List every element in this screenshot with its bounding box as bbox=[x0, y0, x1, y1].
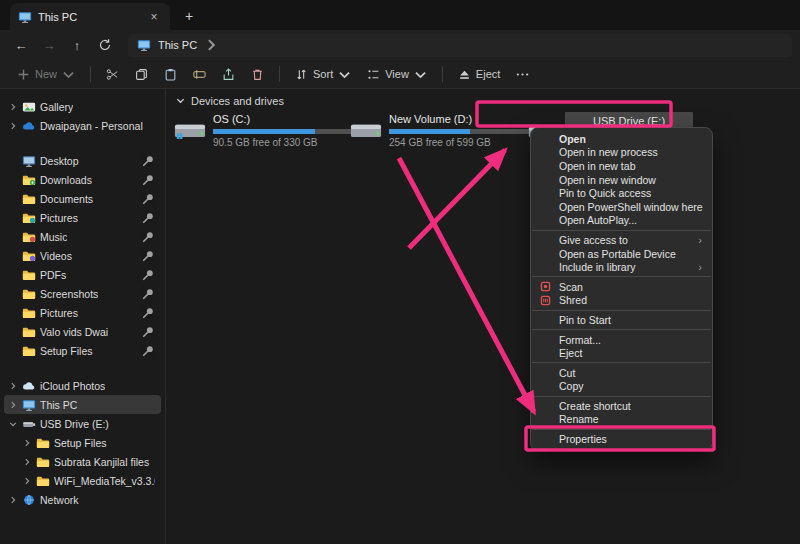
folder-icon bbox=[36, 455, 50, 469]
view-icon bbox=[367, 68, 380, 81]
context-menu-item-pin-to-quick-access[interactable]: Pin to Quick access bbox=[531, 186, 712, 200]
drive-tile-new-volume-d[interactable]: New Volume (D:)254 GB free of 599 GB bbox=[350, 112, 526, 148]
sidebar-item-pictures[interactable]: Pictures bbox=[4, 208, 161, 227]
new-tab-button[interactable]: + bbox=[178, 5, 200, 27]
back-button[interactable]: ← bbox=[8, 33, 34, 57]
chevron-right-icon: › bbox=[698, 262, 702, 272]
context-menu-item-create-shortcut[interactable]: Create shortcut bbox=[531, 399, 712, 413]
menu-item-label: Open PowerShell window here bbox=[559, 201, 703, 213]
sidebar-item-gallery[interactable]: Gallery bbox=[4, 97, 161, 116]
refresh-icon bbox=[98, 38, 112, 52]
drive-usage-bar bbox=[389, 129, 529, 134]
chevron-right-icon[interactable] bbox=[22, 477, 32, 485]
sort-button[interactable]: Sort bbox=[288, 64, 358, 85]
view-button[interactable]: View bbox=[360, 64, 434, 85]
tab-this-pc[interactable]: This PC × bbox=[10, 3, 170, 30]
sidebar-item-label: Documents bbox=[40, 193, 93, 205]
sidebar-item-videos[interactable]: Videos bbox=[4, 246, 161, 265]
context-menu-item-properties[interactable]: Properties bbox=[531, 432, 712, 446]
context-menu-item-eject[interactable]: Eject bbox=[531, 346, 712, 360]
context-menu-item-open-autoplay[interactable]: Open AutoPlay... bbox=[531, 214, 712, 228]
sidebar-gap bbox=[0, 135, 165, 151]
sidebar-item-screenshots[interactable]: Screenshots bbox=[4, 284, 161, 303]
sidebar-item-music[interactable]: Music bbox=[4, 227, 161, 246]
forward-button[interactable]: → bbox=[36, 33, 62, 57]
chevron-right-icon[interactable] bbox=[8, 496, 18, 504]
drive-name: OS (C:) bbox=[213, 112, 350, 126]
share-button[interactable] bbox=[215, 64, 242, 85]
sidebar-item-pdfs[interactable]: PDFs bbox=[4, 265, 161, 284]
context-menu-item-open-in-new-window[interactable]: Open in new window bbox=[531, 173, 712, 187]
sidebar-item-documents[interactable]: Documents bbox=[4, 189, 161, 208]
sidebar-item-label: Network bbox=[40, 494, 79, 506]
pin-icon bbox=[141, 192, 155, 206]
sidebar-item-wifi-mediatek-v3-3-0-350[interactable]: WiFi_MediaTek_v3.3.0.350 bbox=[4, 471, 161, 490]
sidebar-item-network[interactable]: Network bbox=[4, 490, 161, 509]
chevron-down-icon[interactable] bbox=[8, 420, 18, 428]
breadcrumb-location[interactable]: This PC bbox=[158, 39, 197, 51]
menu-item-label: Pin to Quick access bbox=[559, 187, 651, 199]
up-button[interactable]: ↑ bbox=[64, 33, 90, 57]
menu-item-label: Format... bbox=[559, 334, 601, 346]
context-menu-item-rename[interactable]: Rename bbox=[531, 413, 712, 427]
sidebar-item-setup-files[interactable]: Setup Files bbox=[4, 433, 161, 452]
paste-button[interactable] bbox=[157, 64, 184, 85]
sidebar-item-label: Dwaipayan - Personal bbox=[40, 120, 143, 132]
sidebar-item-usb-drive-e[interactable]: USB Drive (E:) bbox=[4, 414, 161, 433]
sidebar-item-valo-vids-dwai[interactable]: Valo vids Dwai bbox=[4, 322, 161, 341]
address-bar[interactable]: This PC bbox=[128, 34, 792, 57]
context-menu-item-format[interactable]: Format... bbox=[531, 333, 712, 347]
context-menu-item-copy[interactable]: Copy bbox=[531, 380, 712, 394]
music-icon bbox=[22, 230, 36, 244]
context-menu-item-give-access-to[interactable]: Give access to› bbox=[531, 233, 712, 247]
tab-close-icon[interactable]: × bbox=[146, 10, 162, 24]
sidebar-item-label: Downloads bbox=[40, 174, 92, 186]
context-menu-item-open-as-portable-device[interactable]: Open as Portable Device bbox=[531, 247, 712, 261]
drive-free-text: 254 GB free of 599 GB bbox=[389, 137, 526, 148]
sidebar-item-this-pc[interactable]: This PC bbox=[4, 395, 161, 414]
cut-button[interactable] bbox=[99, 64, 126, 85]
chevron-right-icon[interactable] bbox=[8, 103, 18, 111]
menu-item-label: Rename bbox=[559, 413, 599, 425]
drive-tile-os-c[interactable]: OS (C:)90.5 GB free of 330 GB bbox=[174, 112, 350, 148]
context-menu-item-shred[interactable]: Shred bbox=[531, 294, 712, 308]
context-menu-item-open-in-new-tab[interactable]: Open in new tab bbox=[531, 159, 712, 173]
sidebar-item-downloads[interactable]: Downloads bbox=[4, 170, 161, 189]
chevron-right-icon[interactable] bbox=[8, 122, 18, 130]
section-header[interactable]: Devices and drives bbox=[176, 94, 800, 107]
sidebar-item-label: Pictures bbox=[40, 212, 78, 224]
context-menu-item-cut[interactable]: Cut bbox=[531, 366, 712, 380]
more-options-button[interactable] bbox=[509, 64, 536, 85]
sidebar-item-setup-files[interactable]: Setup Files bbox=[4, 341, 161, 360]
sidebar-item-icloud-photos[interactable]: iCloud Photos bbox=[4, 376, 161, 395]
context-menu-item-open[interactable]: Open bbox=[531, 132, 712, 146]
context-menu-item-open-in-new-process[interactable]: Open in new process bbox=[531, 146, 712, 160]
folder-icon bbox=[36, 436, 50, 450]
chevron-right-icon: › bbox=[698, 235, 702, 245]
desktop-icon bbox=[22, 154, 36, 168]
sidebar-item-label: USB Drive (E:) bbox=[40, 418, 109, 430]
context-menu-item-open-powershell-window-here[interactable]: Open PowerShell window here bbox=[531, 200, 712, 214]
eject-button[interactable]: Eject bbox=[451, 64, 507, 85]
chevron-right-icon[interactable] bbox=[22, 439, 32, 447]
delete-button[interactable] bbox=[244, 64, 271, 85]
toolbar-separator bbox=[279, 66, 280, 82]
chevron-right-icon[interactable] bbox=[22, 458, 32, 466]
sidebar-item-subrata-kanjilal-files[interactable]: Subrata Kanjilal files bbox=[4, 452, 161, 471]
folder-icon bbox=[22, 192, 36, 206]
sidebar-item-label: Desktop bbox=[40, 155, 79, 167]
sidebar-item-desktop[interactable]: Desktop bbox=[4, 151, 161, 170]
menu-item-label: Eject bbox=[559, 347, 582, 359]
menu-separator bbox=[532, 276, 711, 277]
context-menu-item-scan[interactable]: Scan bbox=[531, 280, 712, 294]
context-menu-item-include-in-library[interactable]: Include in library› bbox=[531, 260, 712, 274]
sidebar-item-dwaipayan-personal[interactable]: Dwaipayan - Personal bbox=[4, 116, 161, 135]
copy-button[interactable] bbox=[128, 64, 155, 85]
context-menu-item-pin-to-start[interactable]: Pin to Start bbox=[531, 313, 712, 327]
chevron-right-icon[interactable] bbox=[8, 382, 18, 390]
refresh-button[interactable] bbox=[92, 33, 118, 57]
new-button[interactable]: New bbox=[10, 64, 82, 85]
rename-button[interactable] bbox=[186, 64, 213, 85]
sidebar-item-pictures[interactable]: Pictures bbox=[4, 303, 161, 322]
chevron-right-icon[interactable] bbox=[8, 401, 18, 409]
